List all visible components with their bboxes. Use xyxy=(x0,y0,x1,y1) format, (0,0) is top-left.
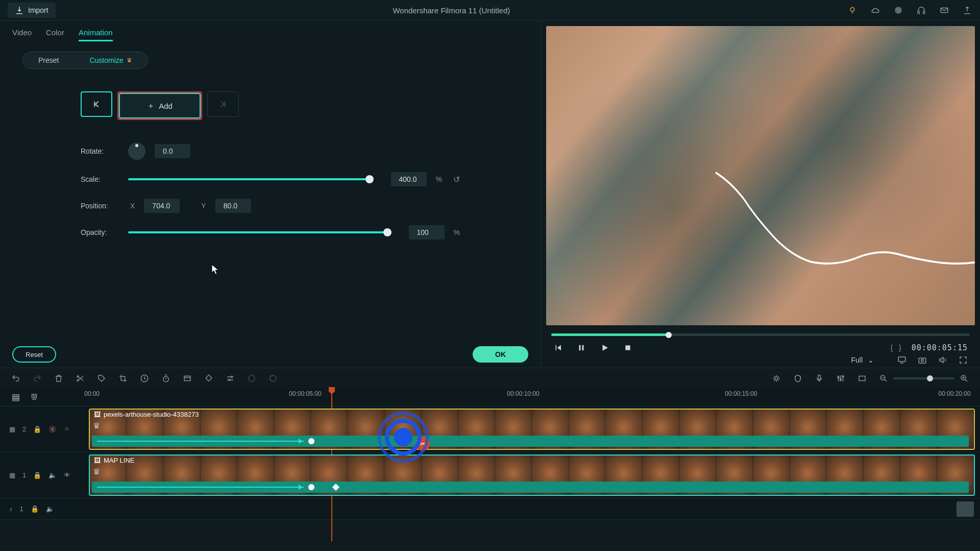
profile-icon[interactable] xyxy=(893,5,903,15)
scale-slider[interactable] xyxy=(128,178,370,180)
zoom-in-button[interactable] xyxy=(960,374,969,383)
track-mute-icon[interactable]: 🔇 xyxy=(48,425,57,433)
export-icon[interactable] xyxy=(962,5,972,15)
track-mute-icon[interactable]: 🔈 xyxy=(48,471,57,479)
mini-preview-thumb[interactable] xyxy=(957,501,974,517)
rotate-value[interactable]: 0.0 xyxy=(155,144,190,158)
scale-reset-icon[interactable]: ↺ xyxy=(453,175,460,184)
pos-x-value[interactable]: 704.0 xyxy=(144,199,180,213)
rotate-knob[interactable] xyxy=(128,142,145,160)
render-button[interactable] xyxy=(772,374,781,383)
track-a1-label: 1 xyxy=(20,505,23,513)
freeze-button[interactable] xyxy=(183,374,192,383)
scale-value[interactable]: 400.0 xyxy=(391,172,427,186)
tag-button[interactable] xyxy=(97,374,106,383)
next-keyframe-button[interactable] xyxy=(207,91,239,117)
keyframe-bar[interactable] xyxy=(92,436,969,447)
import-icon xyxy=(15,6,24,15)
time-button[interactable] xyxy=(161,374,170,383)
tab-animation[interactable]: Animation xyxy=(79,28,113,41)
track-visible-icon[interactable]: 👁 xyxy=(64,471,70,479)
ok-button[interactable]: OK xyxy=(473,346,528,363)
speed-button[interactable] xyxy=(140,374,149,383)
monitor-icon[interactable] xyxy=(897,355,906,365)
rotate-label: Rotate: xyxy=(81,147,119,155)
svg-point-12 xyxy=(77,379,79,381)
play-pause-button[interactable] xyxy=(577,343,586,352)
image-type-icon: 🖼 xyxy=(94,411,101,418)
track-v2-label: 2 xyxy=(22,425,26,433)
snapshot-icon[interactable] xyxy=(918,355,927,365)
cloud-icon[interactable] xyxy=(870,5,880,15)
split-marker-icon[interactable]: ✂ xyxy=(415,437,430,451)
svg-rect-9 xyxy=(919,358,926,363)
tab-color[interactable]: Color xyxy=(46,28,64,41)
track-mute-icon[interactable]: 🔈 xyxy=(46,505,54,513)
image-type-icon: 🖼 xyxy=(94,457,101,464)
track-lock-icon[interactable]: 🔒 xyxy=(33,471,41,479)
import-button[interactable]: Import xyxy=(8,3,56,18)
undo-button[interactable] xyxy=(11,374,20,383)
opacity-unit: % xyxy=(454,228,460,236)
delete-button[interactable] xyxy=(54,374,63,383)
color-button[interactable] xyxy=(204,374,213,383)
track-visible-icon[interactable]: 👁 xyxy=(64,425,70,433)
zoom-out-button[interactable] xyxy=(879,374,888,383)
opacity-value[interactable]: 100 xyxy=(409,225,445,239)
track-lock-icon[interactable]: 🔒 xyxy=(31,505,39,513)
mail-icon[interactable] xyxy=(939,5,949,15)
add-keyframe-button[interactable]: ＋ Add xyxy=(119,93,201,118)
svg-rect-6 xyxy=(582,345,584,351)
track-size-button[interactable] xyxy=(857,374,867,383)
svg-point-1 xyxy=(895,7,902,14)
toggle-preset[interactable]: Preset xyxy=(23,52,74,68)
stop-button[interactable] xyxy=(624,344,632,352)
split-button[interactable] xyxy=(76,374,85,383)
prev-keyframe-button[interactable] xyxy=(81,91,112,117)
marker-button[interactable] xyxy=(793,374,802,383)
tab-video[interactable]: Video xyxy=(12,28,32,41)
step-back-button[interactable] xyxy=(553,343,562,352)
record-button[interactable] xyxy=(815,374,824,383)
track-manage-button[interactable] xyxy=(11,393,20,402)
toggle-customize[interactable]: Customize ♛ xyxy=(74,52,147,68)
svg-rect-15 xyxy=(184,376,190,380)
volume-icon[interactable] xyxy=(938,355,947,365)
mark-in-out-braces[interactable]: { } xyxy=(890,344,903,352)
adjust-button[interactable] xyxy=(226,374,235,383)
preset-customize-toggle[interactable]: Preset Customize ♛ xyxy=(22,52,148,69)
add-label: Add xyxy=(159,102,173,110)
magnet-button[interactable] xyxy=(30,393,39,402)
reset-button[interactable]: Reset xyxy=(12,346,56,363)
timecode-display: 00:00:05:15 xyxy=(912,343,968,352)
zoom-slider[interactable] xyxy=(893,377,954,379)
ruler-0: 00:00 xyxy=(84,390,100,397)
svg-point-17 xyxy=(229,379,230,380)
headphones-icon[interactable] xyxy=(916,5,926,15)
mixer-button[interactable] xyxy=(836,374,845,383)
crop-button[interactable] xyxy=(118,374,128,383)
lightbulb-icon[interactable] xyxy=(847,5,857,15)
pos-y-value[interactable]: 80.0 xyxy=(215,199,251,213)
track-v1-label: 1 xyxy=(22,471,26,479)
play-button[interactable] xyxy=(600,343,609,352)
keyframe-bar[interactable] xyxy=(92,482,969,493)
time-ruler[interactable]: 00:00 00:00:05:00 00:00:10:00 00:00:15:0… xyxy=(87,388,980,406)
position-label: Position: xyxy=(81,202,119,210)
greenscreen-button[interactable] xyxy=(247,374,256,383)
clip-pexels[interactable]: 🖼pexels-arthouse-studio-4338273 ♛ xyxy=(89,409,975,450)
opacity-slider[interactable] xyxy=(128,231,387,233)
svg-rect-7 xyxy=(625,345,630,350)
preview-scrub-bar[interactable] xyxy=(551,333,970,336)
fullscreen-icon[interactable] xyxy=(959,355,968,365)
redo-button[interactable] xyxy=(33,374,42,383)
svg-point-0 xyxy=(850,8,854,12)
track-lock-icon[interactable]: 🔒 xyxy=(33,425,41,433)
chevron-down-icon: ⌄ xyxy=(868,356,874,364)
clip-mapline[interactable]: 🖼MAP LINE ♛ xyxy=(89,454,975,496)
svg-rect-3 xyxy=(923,11,925,14)
display-mode-select[interactable]: Full ⌄ xyxy=(851,356,874,364)
audio-track-body[interactable] xyxy=(87,498,980,519)
preview-viewport[interactable] xyxy=(546,26,975,325)
mask-button[interactable] xyxy=(268,374,278,383)
